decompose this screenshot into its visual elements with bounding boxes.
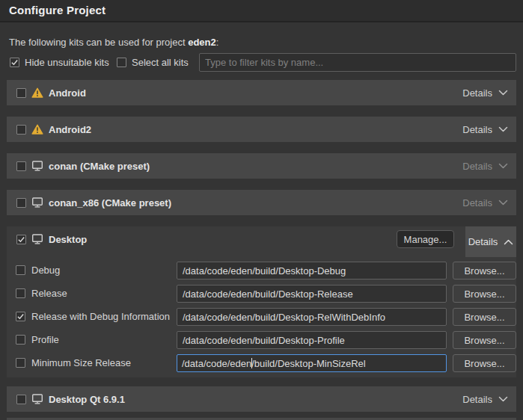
hide-unsuitable-checkbox[interactable] xyxy=(10,58,19,67)
checkmark-icon xyxy=(16,312,25,321)
details-toggle-expanded[interactable]: Details xyxy=(465,226,516,257)
config-label: Release with Debug Information xyxy=(31,308,170,326)
details-label: Details xyxy=(462,124,492,135)
kit-name: Desktop Qt 6.9.1 xyxy=(49,394,125,405)
details-toggle[interactable]: Details xyxy=(459,84,512,102)
kit-row-android2: Android2 Details xyxy=(7,117,516,142)
warning-icon xyxy=(31,124,43,135)
browse-button[interactable]: Browse... xyxy=(453,331,516,349)
build-dir-input-relwithdebinfo[interactable] xyxy=(177,308,447,326)
details-toggle: Details xyxy=(459,158,512,175)
kit-row-android: Android Details xyxy=(7,80,516,105)
config-checkbox-release[interactable] xyxy=(16,288,25,298)
warning-icon xyxy=(31,87,43,98)
kit-name: conan_x86 (CMake preset) xyxy=(49,197,171,209)
browse-button[interactable]: Browse... xyxy=(453,285,516,303)
select-all-kits-checkbox-group[interactable]: Select all kits xyxy=(117,57,189,68)
desktop-icon xyxy=(31,394,43,404)
intro-suffix: : xyxy=(216,37,219,48)
kit-row-conan: conan (CMake preset) Details xyxy=(7,153,516,179)
details-label: Details xyxy=(462,394,492,405)
path-after-cursor: /build/Desktop-MinSizeRel xyxy=(251,358,365,369)
select-all-label: Select all kits xyxy=(132,57,189,68)
intro-text: The following kits can be used for proje… xyxy=(9,37,218,48)
details-label: Details xyxy=(462,197,492,209)
kit-checkbox[interactable] xyxy=(16,125,26,135)
chevron-down-icon xyxy=(498,200,508,206)
details-label: Details xyxy=(468,236,498,247)
kit-checkbox[interactable] xyxy=(16,88,26,98)
desktop-icon xyxy=(31,197,43,208)
details-toggle[interactable]: Details xyxy=(459,391,512,408)
chevron-down-icon xyxy=(498,163,508,169)
details-label: Details xyxy=(462,87,492,99)
build-dir-input-release[interactable] xyxy=(177,285,447,303)
config-label: Minimum Size Release xyxy=(31,354,131,372)
desktop-icon xyxy=(31,234,43,244)
config-label: Release xyxy=(31,285,67,303)
build-dir-input-minsizerel-focused[interactable]: /data/code/eden/build/Desktop-MinSizeRel xyxy=(177,354,447,372)
build-dir-input-debug[interactable] xyxy=(177,262,447,280)
path-before-cursor: /data/code/eden xyxy=(182,358,251,369)
kit-name: Android xyxy=(49,87,86,99)
kit-checkbox[interactable] xyxy=(16,395,26,404)
kit-name: conan (CMake preset) xyxy=(49,161,150,172)
page-title: Configure Project xyxy=(9,4,105,16)
kit-widget-desktop-expanded: Desktop Manage... Details Debug Browse..… xyxy=(7,226,516,377)
kit-row-conan-x86: conan_x86 (CMake preset) Details xyxy=(7,190,516,215)
chevron-down-icon xyxy=(498,126,508,132)
details-toggle[interactable]: Details xyxy=(459,121,512,138)
titlebar: Configure Project xyxy=(0,0,523,22)
kit-name: Android2 xyxy=(49,124,91,135)
chevron-down-icon xyxy=(498,90,508,96)
chevron-up-icon xyxy=(504,239,513,245)
manage-button[interactable]: Manage... xyxy=(397,230,454,248)
hide-unsuitable-label: Hide unsuitable kits xyxy=(25,57,109,68)
checkmark-icon xyxy=(10,58,19,67)
chevron-down-icon xyxy=(498,396,508,402)
kit-name: Desktop xyxy=(49,234,87,245)
select-all-checkbox[interactable] xyxy=(117,58,126,67)
details-label: Details xyxy=(462,161,492,172)
kit-checkbox[interactable] xyxy=(16,198,26,208)
desktop-icon xyxy=(31,161,43,171)
kit-filter-input[interactable] xyxy=(199,53,516,72)
kit-checkbox[interactable] xyxy=(16,235,26,244)
browse-button[interactable]: Browse... xyxy=(453,308,516,326)
kit-checkbox[interactable] xyxy=(16,161,26,171)
browse-button[interactable]: Browse... xyxy=(453,354,516,372)
config-checkbox-profile[interactable] xyxy=(16,335,25,345)
checkmark-icon xyxy=(17,235,25,244)
config-checkbox-relwithdebinfo[interactable] xyxy=(16,312,25,321)
config-label: Profile xyxy=(31,331,59,349)
config-checkbox-minsizerel[interactable] xyxy=(16,358,25,368)
browse-button[interactable]: Browse... xyxy=(453,262,516,280)
build-dir-input-profile[interactable] xyxy=(177,331,447,349)
details-toggle: Details xyxy=(459,194,512,211)
kit-row-desktop-qt: Desktop Qt 6.9.1 Details xyxy=(7,386,516,412)
configure-project-page: Configure Project The following kits can… xyxy=(0,0,523,420)
config-checkbox-debug[interactable] xyxy=(16,265,25,275)
config-label: Debug xyxy=(31,262,60,280)
project-name: eden2 xyxy=(188,37,216,48)
intro-prefix: The following kits can be used for proje… xyxy=(9,37,188,48)
hide-unsuitable-kits-checkbox-group[interactable]: Hide unsuitable kits xyxy=(10,57,109,68)
